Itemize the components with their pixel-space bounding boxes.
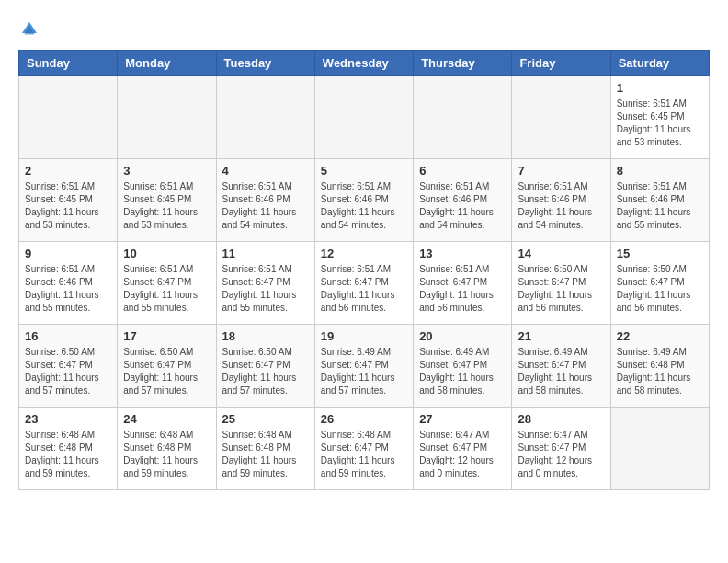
day-number: 14 bbox=[518, 247, 604, 260]
calendar-cell: 1Sunrise: 6:51 AM Sunset: 6:45 PM Daylig… bbox=[610, 76, 709, 159]
day-info: Sunrise: 6:48 AM Sunset: 6:47 PM Dayligh… bbox=[321, 429, 407, 480]
calendar-cell bbox=[118, 76, 216, 159]
day-number: 21 bbox=[518, 329, 604, 343]
logo-icon bbox=[18, 18, 40, 40]
calendar-week-row: 9Sunrise: 6:51 AM Sunset: 6:46 PM Daylig… bbox=[19, 242, 710, 325]
calendar-cell bbox=[512, 76, 610, 159]
day-info: Sunrise: 6:51 AM Sunset: 6:46 PM Dayligh… bbox=[419, 180, 506, 232]
calendar-cell bbox=[216, 76, 314, 159]
calendar-cell: 27Sunrise: 6:47 AM Sunset: 6:47 PM Dayli… bbox=[414, 408, 512, 490]
day-info: Sunrise: 6:51 AM Sunset: 6:47 PM Dayligh… bbox=[419, 263, 506, 315]
day-number: 16 bbox=[25, 329, 111, 343]
calendar-week-row: 2Sunrise: 6:51 AM Sunset: 6:45 PM Daylig… bbox=[19, 159, 710, 242]
weekday-header: Thursday bbox=[414, 51, 512, 76]
day-number: 12 bbox=[321, 247, 407, 260]
day-number: 27 bbox=[419, 412, 506, 426]
calendar-cell: 24Sunrise: 6:48 AM Sunset: 6:48 PM Dayli… bbox=[118, 408, 216, 490]
day-info: Sunrise: 6:49 AM Sunset: 6:48 PM Dayligh… bbox=[617, 346, 703, 397]
day-info: Sunrise: 6:51 AM Sunset: 6:46 PM Dayligh… bbox=[25, 263, 111, 315]
day-info: Sunrise: 6:51 AM Sunset: 6:45 PM Dayligh… bbox=[25, 180, 111, 232]
calendar-cell: 4Sunrise: 6:51 AM Sunset: 6:46 PM Daylig… bbox=[216, 159, 314, 242]
calendar-cell: 20Sunrise: 6:49 AM Sunset: 6:47 PM Dayli… bbox=[414, 325, 512, 408]
calendar-cell: 2Sunrise: 6:51 AM Sunset: 6:45 PM Daylig… bbox=[19, 159, 118, 242]
day-number: 28 bbox=[518, 412, 604, 426]
day-number: 11 bbox=[222, 247, 309, 260]
day-number: 13 bbox=[419, 247, 506, 260]
calendar-cell bbox=[19, 76, 118, 159]
day-info: Sunrise: 6:51 AM Sunset: 6:47 PM Dayligh… bbox=[123, 263, 210, 315]
day-number: 22 bbox=[617, 329, 703, 343]
day-number: 18 bbox=[222, 329, 309, 343]
calendar-cell: 15Sunrise: 6:50 AM Sunset: 6:47 PM Dayli… bbox=[610, 242, 709, 325]
day-info: Sunrise: 6:50 AM Sunset: 6:47 PM Dayligh… bbox=[222, 346, 309, 397]
weekday-header: Saturday bbox=[610, 51, 709, 76]
day-number: 8 bbox=[617, 164, 703, 178]
day-number: 3 bbox=[123, 164, 210, 178]
calendar-cell bbox=[314, 76, 413, 159]
day-info: Sunrise: 6:51 AM Sunset: 6:45 PM Dayligh… bbox=[123, 180, 210, 232]
day-info: Sunrise: 6:48 AM Sunset: 6:48 PM Dayligh… bbox=[222, 429, 309, 480]
day-info: Sunrise: 6:48 AM Sunset: 6:48 PM Dayligh… bbox=[25, 429, 111, 480]
calendar-cell: 6Sunrise: 6:51 AM Sunset: 6:46 PM Daylig… bbox=[414, 159, 512, 242]
calendar-cell: 3Sunrise: 6:51 AM Sunset: 6:45 PM Daylig… bbox=[118, 159, 216, 242]
calendar-cell bbox=[414, 76, 512, 159]
calendar-cell: 10Sunrise: 6:51 AM Sunset: 6:47 PM Dayli… bbox=[118, 242, 216, 325]
day-number: 10 bbox=[123, 247, 210, 260]
day-info: Sunrise: 6:51 AM Sunset: 6:46 PM Dayligh… bbox=[617, 180, 703, 232]
day-number: 17 bbox=[123, 329, 210, 343]
day-info: Sunrise: 6:49 AM Sunset: 6:47 PM Dayligh… bbox=[321, 346, 407, 397]
calendar-week-row: 23Sunrise: 6:48 AM Sunset: 6:48 PM Dayli… bbox=[19, 408, 710, 490]
day-info: Sunrise: 6:50 AM Sunset: 6:47 PM Dayligh… bbox=[123, 346, 210, 397]
day-info: Sunrise: 6:47 AM Sunset: 6:47 PM Dayligh… bbox=[419, 429, 506, 480]
calendar-cell: 13Sunrise: 6:51 AM Sunset: 6:47 PM Dayli… bbox=[414, 242, 512, 325]
calendar-cell: 25Sunrise: 6:48 AM Sunset: 6:48 PM Dayli… bbox=[216, 408, 314, 490]
day-number: 26 bbox=[321, 412, 407, 426]
day-info: Sunrise: 6:51 AM Sunset: 6:46 PM Dayligh… bbox=[518, 180, 604, 232]
day-number: 15 bbox=[617, 247, 703, 260]
calendar-cell: 11Sunrise: 6:51 AM Sunset: 6:47 PM Dayli… bbox=[216, 242, 314, 325]
weekday-header: Tuesday bbox=[216, 51, 314, 76]
page-header bbox=[18, 18, 710, 40]
day-number: 24 bbox=[123, 412, 210, 426]
day-info: Sunrise: 6:51 AM Sunset: 6:47 PM Dayligh… bbox=[321, 263, 407, 315]
calendar-cell: 23Sunrise: 6:48 AM Sunset: 6:48 PM Dayli… bbox=[19, 408, 118, 490]
day-number: 23 bbox=[25, 412, 111, 426]
calendar-header-row: SundayMondayTuesdayWednesdayThursdayFrid… bbox=[19, 51, 710, 76]
weekday-header: Monday bbox=[118, 51, 216, 76]
day-info: Sunrise: 6:49 AM Sunset: 6:47 PM Dayligh… bbox=[518, 346, 604, 397]
day-number: 1 bbox=[617, 81, 703, 95]
calendar-cell: 19Sunrise: 6:49 AM Sunset: 6:47 PM Dayli… bbox=[314, 325, 413, 408]
weekday-header: Friday bbox=[512, 51, 610, 76]
day-info: Sunrise: 6:51 AM Sunset: 6:47 PM Dayligh… bbox=[222, 263, 309, 315]
calendar-cell: 5Sunrise: 6:51 AM Sunset: 6:46 PM Daylig… bbox=[314, 159, 413, 242]
day-number: 9 bbox=[25, 247, 111, 260]
calendar-cell: 7Sunrise: 6:51 AM Sunset: 6:46 PM Daylig… bbox=[512, 159, 610, 242]
weekday-header: Sunday bbox=[19, 51, 118, 76]
day-info: Sunrise: 6:48 AM Sunset: 6:48 PM Dayligh… bbox=[123, 429, 210, 480]
day-number: 25 bbox=[222, 412, 309, 426]
calendar-cell: 28Sunrise: 6:47 AM Sunset: 6:47 PM Dayli… bbox=[512, 408, 610, 490]
logo bbox=[18, 18, 42, 40]
weekday-header: Wednesday bbox=[314, 51, 413, 76]
calendar-cell: 22Sunrise: 6:49 AM Sunset: 6:48 PM Dayli… bbox=[610, 325, 709, 408]
day-number: 6 bbox=[419, 164, 506, 178]
day-info: Sunrise: 6:50 AM Sunset: 6:47 PM Dayligh… bbox=[25, 346, 111, 397]
calendar-cell: 18Sunrise: 6:50 AM Sunset: 6:47 PM Dayli… bbox=[216, 325, 314, 408]
day-info: Sunrise: 6:51 AM Sunset: 6:46 PM Dayligh… bbox=[321, 180, 407, 232]
day-info: Sunrise: 6:50 AM Sunset: 6:47 PM Dayligh… bbox=[518, 263, 604, 315]
calendar-cell: 17Sunrise: 6:50 AM Sunset: 6:47 PM Dayli… bbox=[118, 325, 216, 408]
day-info: Sunrise: 6:51 AM Sunset: 6:46 PM Dayligh… bbox=[222, 180, 309, 232]
day-info: Sunrise: 6:50 AM Sunset: 6:47 PM Dayligh… bbox=[617, 263, 703, 315]
day-info: Sunrise: 6:51 AM Sunset: 6:45 PM Dayligh… bbox=[617, 98, 703, 149]
calendar-cell: 12Sunrise: 6:51 AM Sunset: 6:47 PM Dayli… bbox=[314, 242, 413, 325]
calendar-cell bbox=[610, 408, 709, 490]
calendar-week-row: 1Sunrise: 6:51 AM Sunset: 6:45 PM Daylig… bbox=[19, 76, 710, 159]
calendar-table: SundayMondayTuesdayWednesdayThursdayFrid… bbox=[18, 50, 710, 490]
day-number: 5 bbox=[321, 164, 407, 178]
day-number: 4 bbox=[222, 164, 309, 178]
day-number: 7 bbox=[518, 164, 604, 178]
calendar-cell: 8Sunrise: 6:51 AM Sunset: 6:46 PM Daylig… bbox=[610, 159, 709, 242]
day-info: Sunrise: 6:47 AM Sunset: 6:47 PM Dayligh… bbox=[518, 429, 604, 480]
day-number: 19 bbox=[321, 329, 407, 343]
calendar-week-row: 16Sunrise: 6:50 AM Sunset: 6:47 PM Dayli… bbox=[19, 325, 710, 408]
